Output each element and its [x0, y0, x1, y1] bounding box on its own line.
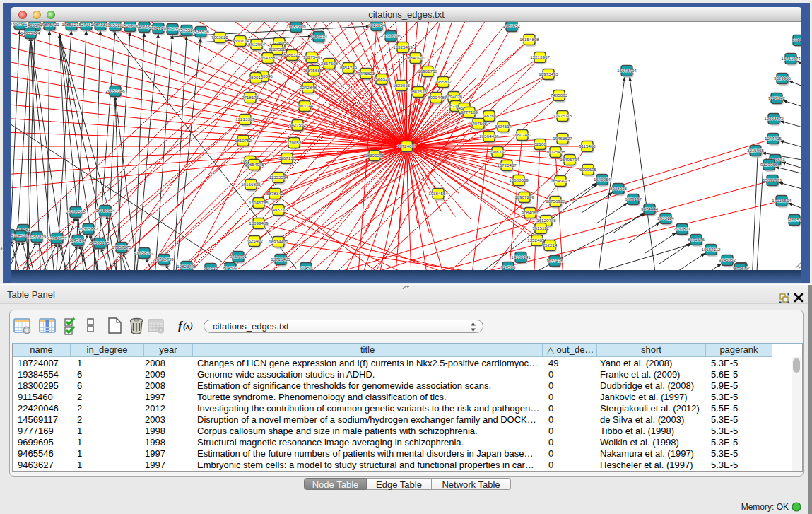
svg-text:3493222: 3493222: [270, 207, 288, 212]
svg-text:97450: 97450: [300, 265, 312, 270]
svg-text:2367608: 2367608: [321, 61, 339, 66]
svg-text:20053346: 20053346: [105, 88, 125, 93]
svg-text:17359924: 17359924: [95, 208, 115, 213]
svg-text:16782759: 16782759: [154, 257, 174, 262]
svg-text:12975115: 12975115: [553, 113, 572, 118]
svg-text:15751074: 15751074: [781, 56, 801, 61]
svg-text:9327546: 9327546: [303, 54, 321, 59]
svg-text:8938923: 8938923: [610, 186, 628, 191]
svg-text:9446821: 9446821: [358, 71, 375, 76]
svg-text:9115460: 9115460: [579, 144, 596, 148]
svg-text:12213389: 12213389: [235, 117, 255, 122]
svg-text:19463627: 19463627: [553, 136, 572, 141]
svg-text:16120748: 16120748: [536, 218, 556, 223]
svg-text:11156829: 11156829: [28, 234, 47, 239]
svg-text:10025438: 10025438: [546, 149, 565, 154]
svg-text:7625402: 7625402: [246, 238, 264, 243]
svg-text:16640910: 16640910: [406, 55, 425, 60]
svg-text:9427552: 9427552: [289, 122, 307, 127]
svg-text:8471676: 8471676: [688, 237, 705, 242]
svg-text:3267130: 3267130: [278, 156, 296, 160]
svg-text:10654112: 10654112: [701, 247, 721, 252]
svg-text:19654945: 19654945: [245, 162, 264, 167]
svg-text:1362615: 1362615: [410, 89, 428, 94]
svg-text:9329966: 9329966: [760, 162, 778, 167]
svg-text:8813054: 8813054: [368, 23, 386, 28]
svg-text:5875685: 5875685: [305, 68, 323, 73]
svg-text:18300295: 18300295: [365, 153, 384, 158]
svg-text:6497508: 6497508: [470, 121, 488, 126]
svg-text:15046785: 15046785: [249, 200, 269, 205]
svg-text:7663822: 7663822: [211, 35, 229, 40]
svg-text:6879197: 6879197: [625, 197, 642, 201]
svg-text:62160: 62160: [534, 141, 546, 146]
svg-text:7386372: 7386372: [489, 149, 507, 154]
svg-text:1588520: 1588520: [373, 76, 391, 81]
svg-text:10053809: 10053809: [286, 24, 306, 29]
svg-text:9474444: 9474444: [641, 206, 659, 211]
svg-text:19375887: 19375887: [78, 226, 98, 231]
svg-text:10807487: 10807487: [512, 132, 532, 137]
svg-text:19166825: 19166825: [241, 182, 261, 187]
svg-text:87964: 87964: [734, 266, 746, 270]
svg-text:1322013: 1322013: [393, 83, 411, 88]
svg-text:7357214: 7357214: [310, 34, 328, 39]
svg-text:14055714: 14055714: [20, 30, 40, 35]
svg-text:18907249: 18907249: [514, 194, 534, 199]
svg-text:1640954: 1640954: [594, 177, 611, 182]
svg-text:16549923: 16549923: [551, 178, 570, 183]
svg-text:12823448: 12823448: [177, 264, 196, 269]
svg-text:5878342: 5878342: [266, 191, 284, 196]
svg-text:16914479: 16914479: [269, 239, 288, 244]
svg-text:1810752: 1810752: [235, 138, 252, 143]
svg-text:252214: 252214: [543, 243, 558, 247]
svg-text:18724007: 18724007: [397, 144, 417, 148]
svg-text:(x): (x): [183, 321, 193, 331]
svg-text:3824514: 3824514: [495, 124, 512, 129]
svg-text:6794028: 6794028: [445, 94, 463, 99]
svg-text:9457791: 9457791: [230, 254, 247, 259]
svg-text:746266: 746266: [482, 113, 497, 118]
svg-text:10688609: 10688609: [509, 177, 529, 182]
svg-text:9329966: 9329966: [774, 76, 792, 81]
svg-text:13716485: 13716485: [271, 257, 290, 262]
svg-text:15720407: 15720407: [497, 163, 517, 168]
svg-text:7485063: 7485063: [551, 93, 568, 98]
svg-text:19875421: 19875421: [40, 22, 59, 27]
svg-text:954012: 954012: [204, 266, 218, 270]
svg-text:9827508: 9827508: [269, 47, 286, 52]
svg-text:16154808: 16154808: [519, 37, 539, 42]
svg-text:12093872: 12093872: [764, 116, 784, 121]
svg-text:924506: 924506: [501, 264, 516, 269]
svg-text:3215955: 3215955: [747, 148, 765, 153]
svg-text:16648794: 16648794: [617, 68, 637, 73]
svg-text:19384554: 19384554: [428, 191, 448, 196]
svg-text:9242848: 9242848: [300, 85, 317, 90]
svg-text:2087652: 2087652: [503, 23, 521, 28]
svg-text:2718176: 2718176: [242, 95, 259, 100]
svg-text:6099695: 6099695: [579, 167, 597, 172]
svg-text:10973493: 10973493: [539, 71, 558, 76]
svg-text:804512: 804512: [223, 265, 238, 270]
svg-text:1615112: 1615112: [532, 226, 549, 230]
svg-text:13325419: 13325419: [393, 45, 413, 49]
svg-text:20364436: 20364436: [479, 134, 499, 139]
svg-text:116753: 116753: [787, 217, 801, 222]
svg-text:7515526: 7515526: [192, 29, 210, 34]
svg-text:15692971: 15692971: [763, 177, 782, 182]
svg-text:17957275: 17957275: [112, 245, 131, 250]
svg-text:16543382: 16543382: [258, 55, 278, 60]
svg-text:989012: 989012: [249, 75, 264, 80]
svg-text:1244415: 1244415: [765, 136, 782, 141]
svg-text:12213967: 12213967: [530, 54, 550, 59]
svg-text:16961758: 16961758: [418, 69, 437, 74]
svg-text:8186323: 8186323: [283, 52, 301, 57]
svg-text:7955812: 7955812: [435, 79, 452, 84]
svg-text:10958167: 10958167: [134, 250, 154, 255]
svg-text:2933114: 2933114: [657, 216, 674, 221]
svg-text:14136141: 14136141: [511, 255, 531, 259]
svg-text:20206556: 20206556: [66, 209, 86, 214]
svg-text:2803144: 2803144: [296, 103, 314, 108]
svg-text:9245052: 9245052: [719, 257, 736, 262]
svg-text:13942757: 13942757: [47, 235, 67, 240]
